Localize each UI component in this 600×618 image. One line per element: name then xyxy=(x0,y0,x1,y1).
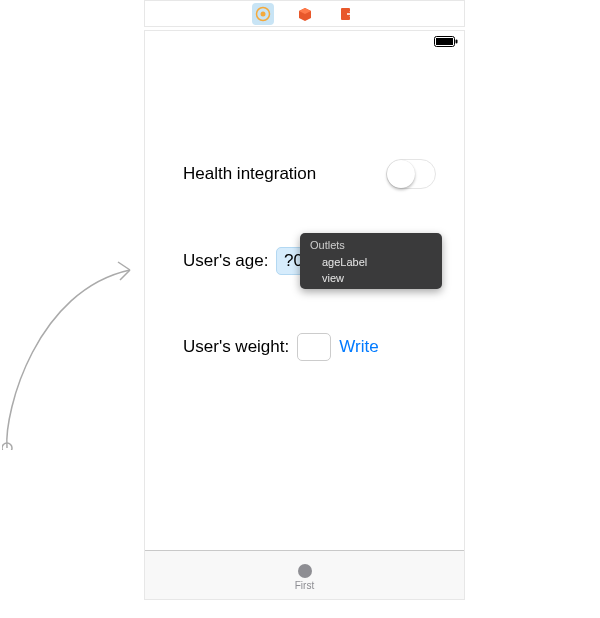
age-label: User's age: xyxy=(183,251,268,271)
tab-first-label[interactable]: First xyxy=(295,580,314,591)
view-controller-icon[interactable] xyxy=(252,3,274,25)
outlets-popover[interactable]: Outlets ageLabel view xyxy=(300,233,442,289)
health-integration-label: Health integration xyxy=(183,164,316,184)
outlet-agelabel[interactable]: ageLabel xyxy=(300,254,442,270)
svg-point-2 xyxy=(260,11,265,16)
health-switch[interactable] xyxy=(386,159,436,189)
exit-icon[interactable] xyxy=(336,3,358,25)
status-bar xyxy=(145,31,464,51)
svg-rect-6 xyxy=(456,39,458,43)
svg-point-0 xyxy=(2,443,12,450)
outlets-section-title: Outlets xyxy=(300,236,442,254)
outlet-view[interactable]: view xyxy=(300,270,442,286)
row-health: Health integration xyxy=(183,159,444,189)
weight-label: User's weight: xyxy=(183,337,289,357)
iphone-canvas: Health integration User's age: ?0 Read U… xyxy=(144,30,465,600)
battery-icon xyxy=(434,36,458,47)
main-content: Health integration User's age: ?0 Read U… xyxy=(145,51,464,550)
tab-bar: First xyxy=(145,550,464,599)
svg-rect-5 xyxy=(436,38,453,45)
tab-first-icon[interactable] xyxy=(298,564,312,578)
annotation-arrow xyxy=(2,250,142,450)
scene-toolbar xyxy=(144,0,465,27)
first-responder-icon[interactable] xyxy=(294,3,316,25)
weight-value[interactable] xyxy=(297,333,331,361)
weight-write-link[interactable]: Write xyxy=(339,337,378,357)
row-weight: User's weight: Write xyxy=(183,333,444,361)
